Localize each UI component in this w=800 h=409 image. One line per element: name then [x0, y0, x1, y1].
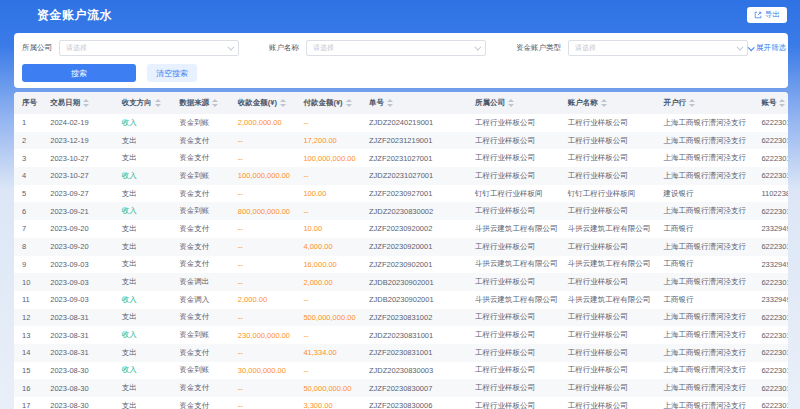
cell-source: 资金到账	[171, 202, 230, 220]
cell-account_name: 工程行业样板公司	[560, 149, 656, 167]
cell-account_name: 工程行业样板公司	[560, 326, 656, 344]
cell-receive: 100,000,000.00	[230, 167, 296, 185]
cell-order_no: ZJZF20230830006	[361, 397, 467, 409]
cell-no: 14	[14, 344, 42, 362]
cell-account_no: 23329499	[753, 220, 788, 238]
column-header-label: 数据来源	[179, 98, 209, 107]
sort-icon[interactable]	[387, 99, 393, 107]
cell-company: 工程行业样板公司	[467, 167, 560, 185]
table-row: 112023-09-03收入资金调入2,000.00--ZJDB20230902…	[14, 291, 788, 309]
filter-group-account-type: 资金账户类型 请选择	[516, 40, 748, 56]
cell-order_no: ZJDZ20231027001	[361, 167, 467, 185]
cell-date: 2023-08-31	[42, 309, 114, 327]
cell-source: 资金到账	[171, 167, 230, 185]
cell-source: 资金支付	[171, 149, 230, 167]
table-row: 32023-10-27支出资金支付--100,000,000.00ZJZF202…	[14, 149, 788, 167]
cell-direction: 支出	[114, 149, 172, 167]
cell-order_no: ZJZF20230920001	[361, 238, 467, 256]
column-header-label: 收款金额(¥)	[238, 98, 277, 107]
cell-order_no: ZJDZ20230830003	[361, 362, 467, 380]
cell-account_name: 工程行业样板公司	[560, 362, 656, 380]
column-header-date[interactable]: 交易日期	[42, 92, 114, 114]
cell-direction: 支出	[114, 185, 172, 203]
column-header-order_no[interactable]: 单号	[361, 92, 467, 114]
column-header-pay[interactable]: 付款金额(¥)	[295, 92, 361, 114]
chevron-down-icon	[736, 43, 743, 50]
cell-pay: 17,200.00	[295, 132, 361, 150]
cell-account_no: 622230111	[753, 202, 788, 220]
clear-search-button[interactable]: 清空搜索	[147, 64, 197, 82]
column-header-label: 开户行	[664, 98, 687, 107]
filter-label-company: 所属公司	[22, 43, 52, 53]
cell-company: 工程行业样板公司	[467, 344, 560, 362]
cell-source: 资金支付	[171, 397, 230, 409]
cell-pay: 100.00	[295, 185, 361, 203]
sort-icon[interactable]	[689, 99, 695, 107]
cell-bank: 上海工商银行漕河泾支行	[656, 309, 754, 327]
cell-direction: 支出	[114, 256, 172, 274]
cell-order_no: ZJDZ20230831001	[361, 326, 467, 344]
table-row: 102023-09-03支出资金调出--2,000.00ZJDB20230902…	[14, 273, 788, 291]
cell-receive: --	[230, 256, 296, 274]
column-header-account_no[interactable]: 账号	[753, 92, 788, 114]
cell-no: 2	[14, 132, 42, 150]
cell-source: 资金调入	[171, 291, 230, 309]
cell-company: 钉钉工程行业样板间	[467, 185, 560, 203]
column-header-company[interactable]: 所属公司	[467, 92, 560, 114]
cell-no: 11	[14, 291, 42, 309]
export-button[interactable]: 导出	[747, 7, 787, 23]
account-type-select[interactable]: 请选择	[568, 40, 748, 56]
cell-bank: 上海工商银行漕河泾支行	[656, 238, 754, 256]
cell-company: 斗拱云建筑工程有限公司	[467, 256, 560, 274]
cell-receive: 2,000,000.00	[230, 114, 296, 132]
cell-bank: 工商银行	[656, 291, 754, 309]
cell-company: 斗拱云建筑工程有限公司	[467, 291, 560, 309]
page-title: 资金账户流水	[37, 7, 112, 24]
cell-date: 2023-09-03	[42, 273, 114, 291]
cell-account_no: 622230111	[753, 362, 788, 380]
cell-receive: --	[230, 238, 296, 256]
cell-source: 资金支付	[171, 220, 230, 238]
column-header-direction[interactable]: 收支方向	[114, 92, 172, 114]
cell-company: 工程行业样板公司	[467, 397, 560, 409]
cell-no: 15	[14, 362, 42, 380]
cell-date: 2023-08-31	[42, 326, 114, 344]
column-header-source[interactable]: 数据来源	[171, 92, 230, 114]
cell-date: 2023-08-30	[42, 397, 114, 409]
cell-order_no: ZJDZ20240219001	[361, 114, 467, 132]
table-row: 162023-08-30支出资金支付--50,000,000.00ZJZF202…	[14, 379, 788, 397]
company-select[interactable]: 请选择	[59, 40, 239, 56]
cell-no: 17	[14, 397, 42, 409]
cell-account_name: 工程行业样板公司	[560, 309, 656, 327]
cell-account_no: 622230111	[753, 167, 788, 185]
cell-source: 资金调出	[171, 273, 230, 291]
table-row: 42023-10-27收入资金到账100,000,000.00--ZJDZ202…	[14, 167, 788, 185]
account-name-select[interactable]: 请选择	[306, 40, 486, 56]
column-header-label: 付款金额(¥)	[303, 98, 342, 107]
cell-company: 工程行业样板公司	[467, 309, 560, 327]
cell-source: 资金支付	[171, 344, 230, 362]
cell-no: 3	[14, 149, 42, 167]
table-row: 142023-08-31支出资金支付--41,334.00ZJZF2023083…	[14, 344, 788, 362]
sort-icon[interactable]	[83, 99, 89, 107]
sort-icon[interactable]	[212, 99, 218, 107]
sort-icon[interactable]	[508, 99, 514, 107]
sort-icon[interactable]	[779, 99, 785, 107]
column-header-bank[interactable]: 开户行	[656, 92, 754, 114]
search-button[interactable]: 搜索	[22, 64, 136, 82]
sort-icon[interactable]	[280, 99, 286, 107]
sort-icon[interactable]	[155, 99, 161, 107]
cell-pay: --	[295, 202, 361, 220]
column-header-receive[interactable]: 收款金额(¥)	[230, 92, 296, 114]
sort-icon[interactable]	[346, 99, 352, 107]
cell-direction: 收入	[114, 167, 172, 185]
cell-account_no: 23329499	[753, 256, 788, 274]
cell-order_no: ZJZF20230831001	[361, 344, 467, 362]
column-header-account_name[interactable]: 账户名称	[560, 92, 656, 114]
sort-icon[interactable]	[601, 99, 607, 107]
cell-pay: 4,000.00	[295, 238, 361, 256]
cell-order_no: ZJDB20230902001	[361, 291, 467, 309]
cell-account_no: 622230111	[753, 114, 788, 132]
cell-account_no: 23329499	[753, 291, 788, 309]
expand-filters-link[interactable]: 展开筛选	[748, 43, 786, 53]
